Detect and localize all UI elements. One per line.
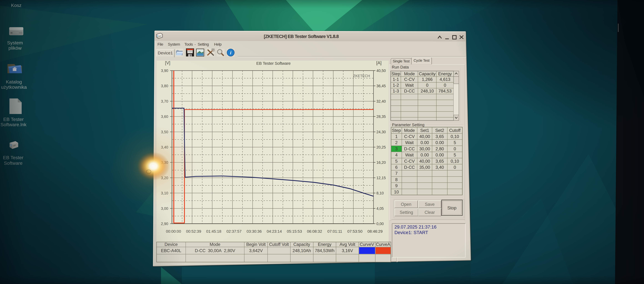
svg-text:35,00: 35,00 [419, 165, 430, 170]
svg-text:[A]: [A] [376, 60, 382, 65]
svg-text:Software: Software [4, 160, 22, 166]
svg-text:Open: Open [401, 202, 412, 207]
svg-text:0: 0 [444, 83, 446, 88]
svg-text:CurveV: CurveV [360, 242, 374, 247]
svg-text:0,10: 0,10 [451, 159, 459, 164]
svg-text:CurveA: CurveA [376, 242, 390, 247]
svg-text:3,40: 3,40 [436, 165, 444, 170]
svg-text:40,00: 40,00 [419, 134, 430, 139]
svg-text:Set2: Set2 [435, 128, 444, 133]
svg-text:3,65: 3,65 [436, 159, 444, 164]
svg-text:Clear: Clear [424, 210, 435, 215]
svg-text:Stop: Stop [447, 205, 456, 210]
svg-text:30,00: 30,00 [419, 146, 430, 151]
svg-text:Cutoff: Cutoff [449, 128, 461, 133]
svg-text:Step: Step [392, 71, 400, 76]
svg-text:Wait: Wait [405, 83, 414, 88]
svg-text:784,53: 784,53 [438, 89, 452, 93]
svg-text:1-1: 1-1 [393, 77, 399, 82]
svg-text:D-CC: D-CC [404, 89, 415, 93]
svg-text:Kosz: Kosz [11, 3, 22, 8]
svg-text:4,613: 4,613 [440, 77, 450, 82]
svg-text:0: 0 [426, 83, 428, 88]
svg-text:C-CV: C-CV [404, 77, 415, 82]
svg-text:EB Tester: EB Tester [3, 155, 24, 160]
svg-text:40,00: 40,00 [419, 159, 430, 164]
svg-text:Save: Save [425, 202, 435, 207]
svg-text:3,65: 3,65 [436, 134, 444, 139]
svg-text:Capacity: Capacity [419, 71, 436, 76]
svg-text:5: 5 [454, 140, 456, 145]
svg-text:Run Data: Run Data [392, 65, 409, 69]
svg-text:System: System [7, 40, 23, 45]
svg-text:Set1: Set1 [420, 128, 429, 133]
svg-text:EB Tester: EB Tester [3, 117, 24, 122]
svg-text:0.00: 0.00 [436, 153, 444, 157]
svg-text:plików: plików [8, 45, 22, 51]
svg-text:Mode: Mode [404, 71, 415, 76]
svg-text:29.07.2025 21:37:16: 29.07.2025 21:37:16 [394, 224, 436, 230]
svg-text:Device1: START: Device1: START [394, 230, 428, 235]
svg-text:0.00: 0.00 [436, 140, 444, 145]
svg-text:Katalog: Katalog [6, 79, 22, 84]
svg-text:0,10: 0,10 [451, 134, 459, 139]
svg-text:Energy: Energy [438, 71, 452, 76]
svg-text:Single Test: Single Test [393, 59, 410, 63]
svg-text:Software.lnk: Software.lnk [0, 122, 26, 127]
svg-text:0.00: 0.00 [420, 153, 429, 157]
svg-text:Cycle Test: Cycle Test [414, 58, 430, 62]
svg-text:248,10: 248,10 [421, 89, 434, 93]
svg-text:0: 0 [454, 165, 456, 170]
svg-text:0: 0 [454, 146, 456, 151]
svg-text:0.00: 0.00 [420, 140, 429, 145]
svg-text:2,80: 2,80 [436, 146, 444, 151]
svg-text:użytkownika: użytkownika [1, 84, 27, 90]
svg-text:1,266: 1,266 [422, 77, 432, 82]
svg-text:5: 5 [454, 153, 456, 157]
svg-text:Setting: Setting [400, 210, 413, 215]
